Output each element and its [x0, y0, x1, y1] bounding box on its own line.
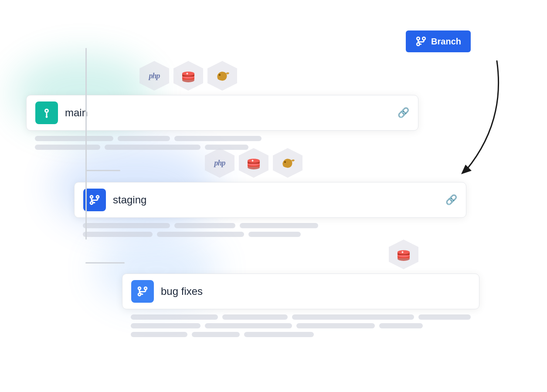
skel-bar [244, 332, 314, 337]
connector-h-bugfixes [85, 262, 125, 264]
skel-bar [157, 232, 244, 237]
main-branch-name: main [65, 107, 391, 119]
staging-branch-name: staging [113, 194, 438, 206]
skel-row-b1 [131, 314, 506, 320]
skel-bar [248, 232, 301, 237]
redis-svg: ✦ [181, 69, 195, 83]
bugfixes-branch-name: bug fixes [161, 285, 470, 297]
branch-button[interactable]: Branch [406, 30, 471, 52]
svg-text:✦: ✦ [251, 159, 254, 163]
skel-bar [131, 314, 218, 320]
redis-icon-staging: ✦ [239, 148, 268, 178]
skel-bar [83, 232, 153, 237]
skel-bar [174, 223, 235, 228]
mysql-icon-staging [273, 148, 302, 178]
redis-icon-main: ✦ [173, 61, 203, 91]
skel-bar [379, 323, 423, 328]
main-branch-card: main 🔗 [26, 95, 418, 131]
skel-bar [192, 332, 240, 337]
skel-row-s2 [83, 232, 466, 237]
skel-bar [240, 223, 318, 228]
svg-point-11 [219, 74, 221, 76]
branch-button-label: Branch [431, 37, 461, 47]
bugfixes-branch-card: bug fixes [122, 274, 479, 309]
mysql-svg [214, 69, 230, 83]
bugfixes-service-icons: ✦ [122, 240, 506, 269]
staging-link-icon[interactable]: 🔗 [445, 194, 457, 206]
main-link-icon[interactable]: 🔗 [398, 107, 409, 118]
connector-v-bugfixes [85, 148, 87, 240]
skel-bar [35, 136, 113, 141]
skel-bar [205, 323, 292, 328]
skel-row-s1 [83, 223, 466, 228]
php-icon-staging: php [205, 148, 234, 178]
svg-text:✦: ✦ [401, 250, 404, 254]
svg-point-22 [284, 161, 286, 163]
skel-bar [131, 332, 187, 337]
branch-icon [415, 36, 427, 47]
php-icon-main: php [139, 61, 169, 91]
skel-bar [83, 223, 170, 228]
redis-icon-bugfixes: ✦ [389, 240, 418, 269]
skel-bar [292, 314, 414, 320]
connector-h-staging [85, 170, 120, 171]
skel-bar [131, 323, 200, 328]
staging-branch-row: php ✦ [74, 148, 466, 237]
main-branch-row: php ✦ [26, 61, 418, 150]
svg-point-14 [46, 116, 48, 118]
bugfixes-branch-row: ✦ bug fixes [122, 240, 506, 337]
staging-branch-card: staging 🔗 [74, 182, 466, 218]
mysql-icon-main [207, 61, 237, 91]
staging-skeleton [74, 223, 466, 237]
skeleton-row-1 [35, 136, 418, 141]
skel-bar [418, 314, 471, 320]
main-avatar [35, 101, 58, 124]
skel-bar [174, 136, 262, 141]
main-service-icons: php ✦ [26, 61, 418, 91]
staging-service-icons: php ✦ [74, 148, 466, 178]
bugfixes-skeleton [122, 314, 506, 337]
bugfixes-avatar [131, 280, 154, 303]
skel-bar [222, 314, 288, 320]
svg-text:✦: ✦ [186, 72, 189, 76]
skel-row-b2 [131, 323, 506, 328]
skel-bar [296, 323, 375, 328]
skel-row-b3 [131, 332, 506, 337]
skel-bar [118, 136, 170, 141]
